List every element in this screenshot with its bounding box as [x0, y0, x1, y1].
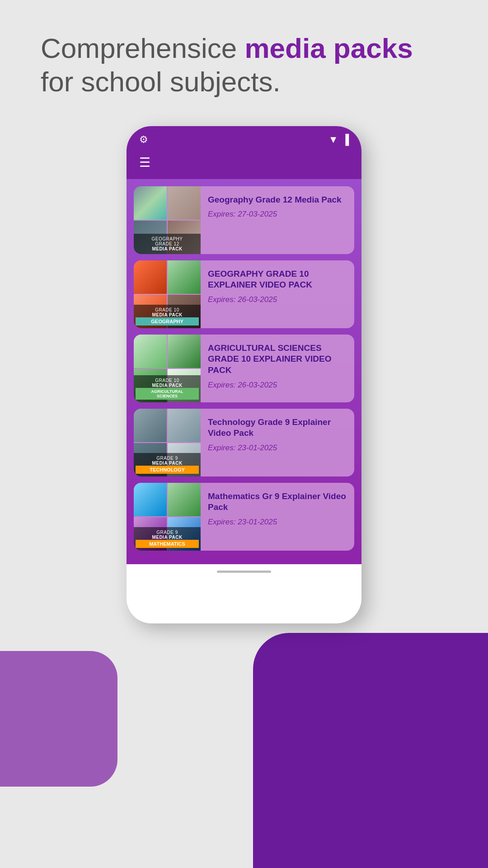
thumb-cell	[168, 483, 201, 516]
card-title-agri10: AGRICULTURAL SCIENCES GRADE 10 EXPLAINER…	[208, 343, 347, 376]
card-pack: MEDIA PACK	[136, 246, 199, 251]
card-title-math9: Mathematics Gr 9 Explainer Video Pack	[208, 491, 347, 513]
home-bar	[217, 571, 271, 573]
card-expires-geo12: Expires: 27-03-2025	[208, 210, 347, 219]
card-thumbnail-geo12: GEOGRAPHY GRADE 12 MEDIA PACK	[134, 186, 201, 254]
thumb-cell	[168, 260, 201, 294]
thumb-cell	[134, 260, 167, 294]
card-pack: MEDIA PACK	[136, 461, 199, 466]
card-info-tech9: Technology Grade 9 Explainer Video Pack …	[201, 409, 354, 476]
thumb-cell	[168, 186, 201, 220]
card-info-geo12: Geography Grade 12 Media Pack Expires: 2…	[201, 186, 354, 254]
card-expires-tech9: Expires: 23-01-2025	[208, 443, 347, 453]
hamburger-menu-icon[interactable]: ☰	[139, 155, 150, 170]
subject-badge-math9: MATHEMATICS	[136, 540, 199, 548]
media-card-agri10[interactable]: GRADE 10 MEDIA PACK AGRICULTURALSCIENCES…	[134, 335, 354, 402]
card-expires-geo10: Expires: 26-03-2025	[208, 295, 347, 304]
headline-highlight: media packs	[244, 33, 413, 64]
header-section: Comprehensice media packs for school sub…	[0, 0, 488, 117]
media-card-tech9[interactable]: GRADE 9 MEDIA PACK TECHNOLOGY Technology…	[134, 409, 354, 476]
card-label-geo10: GRADE 10 MEDIA PACK GEOGRAPHY	[134, 305, 201, 328]
thumb-cell	[168, 335, 201, 368]
media-card-geo10[interactable]: GRADE 10 MEDIA PACK GEOGRAPHY GEOGRAPHY …	[134, 260, 354, 328]
content-area: GEOGRAPHY GRADE 12 MEDIA PACK Geography …	[127, 179, 361, 564]
card-thumbnail-geo10: GRADE 10 MEDIA PACK GEOGRAPHY	[134, 260, 201, 328]
card-title-geo12: Geography Grade 12 Media Pack	[208, 194, 347, 206]
card-expires-math9: Expires: 23-01-2025	[208, 518, 347, 527]
card-label-geo12: GEOGRAPHY GRADE 12 MEDIA PACK	[134, 234, 201, 254]
subject-badge-agri10: AGRICULTURALSCIENCES	[136, 388, 199, 400]
thumb-cell	[168, 409, 201, 442]
card-grade-num: GRADE 12	[136, 241, 199, 246]
card-expires-agri10: Expires: 26-03-2025	[208, 381, 347, 390]
page-headline: Comprehensice media packs for school sub…	[41, 32, 447, 99]
card-grade: GRADE 10	[136, 378, 199, 383]
settings-icon: ⚙	[139, 134, 148, 146]
wifi-icon: ▼	[328, 134, 338, 146]
bg-decoration-right	[253, 633, 488, 868]
card-info-math9: Mathematics Gr 9 Explainer Video Pack Ex…	[201, 483, 354, 551]
bg-decoration-left	[0, 651, 117, 787]
card-thumbnail-agri10: GRADE 10 MEDIA PACK AGRICULTURALSCIENCES	[134, 335, 201, 402]
status-bar: ⚙ ▼ ▐	[127, 126, 361, 150]
thumb-cell	[134, 186, 167, 220]
card-thumbnail-math9: GRADE 9 MEDIA PACK MATHEMATICS	[134, 483, 201, 551]
signal-icon: ▐	[342, 134, 349, 146]
card-grade: GRADE 9	[136, 456, 199, 461]
subject-badge-tech9: TECHNOLOGY	[136, 466, 199, 474]
phone-mockup: ⚙ ▼ ▐ ☰ GEOGRAPHY GRADE 12 MEDIA PA	[127, 126, 361, 623]
headline-text2: for school subjects.	[41, 66, 281, 97]
home-indicator	[127, 564, 361, 579]
card-title-geo10: GEOGRAPHY GRADE 10 EXPLAINER VIDEO PACK	[208, 269, 347, 291]
card-pack: MEDIA PACK	[136, 383, 199, 388]
card-pack: MEDIA PACK	[136, 535, 199, 540]
thumb-cell	[134, 409, 167, 442]
card-info-geo10: GEOGRAPHY GRADE 10 EXPLAINER VIDEO PACK …	[201, 260, 354, 328]
card-pack: MEDIA PACK	[136, 312, 199, 317]
card-title-tech9: Technology Grade 9 Explainer Video Pack	[208, 417, 347, 439]
card-label-tech9: GRADE 9 MEDIA PACK TECHNOLOGY	[134, 453, 201, 476]
subject-badge-geo10: GEOGRAPHY	[136, 317, 199, 326]
media-card-math9[interactable]: GRADE 9 MEDIA PACK MATHEMATICS Mathemati…	[134, 483, 354, 551]
card-info-agri10: AGRICULTURAL SCIENCES GRADE 10 EXPLAINER…	[201, 335, 354, 402]
card-grade: GRADE 9	[136, 530, 199, 535]
card-label-agri10: GRADE 10 MEDIA PACK AGRICULTURALSCIENCES	[134, 375, 201, 402]
headline-text1: Comprehensice	[41, 33, 244, 64]
status-icons: ▼ ▐	[328, 134, 349, 146]
thumb-cell	[134, 483, 167, 516]
card-label-math9: GRADE 9 MEDIA PACK MATHEMATICS	[134, 527, 201, 551]
card-grade: GRADE 10	[136, 307, 199, 312]
app-header: ☰	[127, 150, 361, 179]
thumb-cell	[134, 335, 167, 368]
media-card-geo12[interactable]: GEOGRAPHY GRADE 12 MEDIA PACK Geography …	[134, 186, 354, 254]
card-thumbnail-tech9: GRADE 9 MEDIA PACK TECHNOLOGY	[134, 409, 201, 476]
card-grade: GEOGRAPHY	[136, 236, 199, 241]
